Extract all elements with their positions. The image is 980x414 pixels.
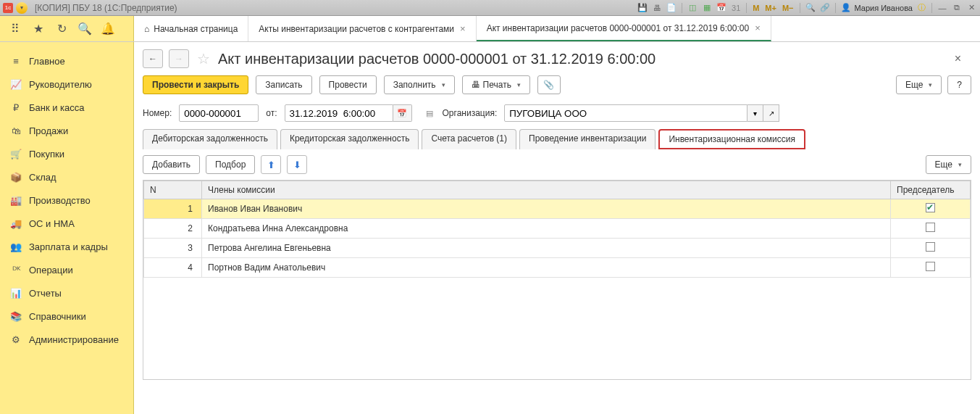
- m-minus-button[interactable]: M−: [781, 4, 795, 12]
- sidebar-item-salary[interactable]: 👥Зарплата и кадры: [0, 235, 133, 258]
- cell-chair[interactable]: [891, 239, 971, 258]
- sidebar-item-production[interactable]: 🏭Производство: [0, 189, 133, 212]
- m-button[interactable]: M: [751, 4, 761, 12]
- checkbox-icon[interactable]: [926, 262, 935, 271]
- table-row[interactable]: 1Иванов Иван Иванович: [144, 199, 971, 219]
- search-icon[interactable]: 🔍: [78, 22, 91, 36]
- history-icon[interactable]: ↻: [55, 22, 68, 36]
- apps-icon[interactable]: ⠿: [9, 22, 22, 36]
- app-icon: 1c: [3, 3, 13, 13]
- restore-icon[interactable]: ⧉: [951, 2, 963, 14]
- col-chair[interactable]: Председатель: [891, 181, 971, 199]
- post-and-close-button[interactable]: Провести и закрыть: [143, 75, 248, 94]
- zoom-icon[interactable]: 🔍: [805, 2, 816, 14]
- close-document-icon[interactable]: ×: [955, 52, 961, 65]
- org-label: Организация:: [443, 108, 498, 118]
- date-input[interactable]: [285, 104, 393, 122]
- tab-inventory[interactable]: Проведение инвентаризации: [519, 129, 656, 149]
- attachments-button[interactable]: 📎: [537, 75, 561, 94]
- back-button[interactable]: ←: [143, 49, 163, 68]
- help-button[interactable]: ?: [947, 75, 971, 94]
- pick-button[interactable]: Подбор: [206, 155, 255, 174]
- link-icon[interactable]: 🔗: [819, 2, 831, 14]
- move-up-button[interactable]: ⬆: [261, 155, 281, 174]
- tab-home[interactable]: ⌂ Начальная страница: [134, 16, 248, 41]
- more-button[interactable]: Еще: [896, 75, 942, 94]
- col-member[interactable]: Члены комиссии: [202, 181, 891, 199]
- sidebar-item-admin[interactable]: ⚙Администрирование: [0, 328, 133, 351]
- dropdown-button[interactable]: ▾: [747, 104, 763, 122]
- number-label: Номер:: [143, 108, 172, 118]
- bars-icon: 📊: [10, 287, 22, 299]
- add-button[interactable]: Добавить: [143, 155, 200, 174]
- info-icon[interactable]: ⓘ: [916, 2, 927, 14]
- sidebar-item-reports[interactable]: 📊Отчеты: [0, 281, 133, 305]
- sidebar-item-warehouse[interactable]: 📦Склад: [0, 165, 133, 189]
- star-icon[interactable]: ★: [32, 22, 45, 36]
- tab-accounts[interactable]: Счета расчетов (1): [422, 129, 516, 149]
- table-row[interactable]: 4Портнов Вадим Анатольевич: [144, 258, 971, 278]
- calc-icon[interactable]: ▦: [701, 2, 713, 14]
- date-icon[interactable]: 31: [730, 2, 742, 14]
- window-title: [КОПИЯ] ПБУ 18 (1С:Предприятие): [35, 3, 177, 13]
- open-button[interactable]: ↗: [763, 104, 779, 122]
- user-icon: 👤: [840, 2, 852, 14]
- move-down-button[interactable]: ⬇: [287, 155, 307, 174]
- table-more-button[interactable]: Еще: [926, 155, 971, 174]
- calendar-icon[interactable]: 📅: [716, 2, 727, 14]
- print-button[interactable]: 🖶Печать: [462, 75, 530, 94]
- sidebar-item-purchases[interactable]: 🛒Покупки: [0, 142, 133, 165]
- tab-debitor[interactable]: Дебиторская задолженность: [143, 129, 277, 149]
- calendar-button[interactable]: 📅: [393, 104, 412, 122]
- cell-chair[interactable]: [891, 199, 971, 219]
- cell-n: 2: [144, 219, 202, 239]
- organization-input[interactable]: [504, 104, 747, 122]
- bag-icon: 🛍: [10, 125, 22, 136]
- people-icon: 👥: [10, 241, 22, 252]
- sidebar-item-catalogs[interactable]: 📚Справочники: [0, 305, 133, 328]
- m-plus-button[interactable]: M+: [763, 4, 778, 12]
- sidebar-item-sales[interactable]: 🛍Продажи: [0, 119, 133, 142]
- cell-chair[interactable]: [891, 258, 971, 278]
- tab-creditor[interactable]: Кредиторская задолженность: [280, 129, 419, 149]
- cell-name: Петрова Ангелина Евгеньевна: [202, 239, 891, 258]
- col-n[interactable]: N: [144, 181, 202, 199]
- sidebar-item-assets[interactable]: 🚚ОС и НМА: [0, 212, 133, 235]
- tab-close-icon[interactable]: ×: [755, 22, 761, 33]
- close-icon[interactable]: ✕: [966, 2, 977, 14]
- checkbox-icon[interactable]: [926, 223, 935, 232]
- ops-icon: ᴰᴷ: [10, 264, 22, 276]
- tab-act-document[interactable]: Акт инвентаризации расчетов 0000-000001 …: [477, 16, 771, 41]
- print-icon: 🖶: [472, 80, 480, 90]
- save-icon[interactable]: 💾: [637, 2, 648, 14]
- cell-chair[interactable]: [891, 219, 971, 239]
- sidebar-item-bank[interactable]: ₽Банк и касса: [0, 96, 133, 119]
- fill-button[interactable]: Заполнить: [384, 75, 455, 94]
- compare-icon[interactable]: ◫: [687, 2, 698, 14]
- doc-icon[interactable]: 📄: [666, 2, 677, 14]
- menu-icon: ≡: [10, 55, 22, 67]
- table-row[interactable]: 3Петрова Ангелина Евгеньевна: [144, 239, 971, 258]
- favorite-icon[interactable]: ☆: [195, 50, 212, 67]
- sidebar-item-manager[interactable]: 📈Руководителю: [0, 73, 133, 96]
- sidebar-item-operations[interactable]: ᴰᴷОперации: [0, 258, 133, 281]
- bell-icon[interactable]: 🔔: [101, 22, 114, 36]
- gear-icon: ⚙: [10, 334, 22, 345]
- minimize-icon[interactable]: —: [937, 2, 948, 14]
- number-input[interactable]: [179, 104, 259, 122]
- books-icon: 📚: [10, 310, 22, 322]
- checkbox-icon[interactable]: [926, 203, 935, 212]
- document-title: Акт инвентаризации расчетов 0000-000001 …: [218, 51, 656, 67]
- post-button[interactable]: Провести: [319, 75, 377, 94]
- forward-button[interactable]: →: [169, 49, 189, 68]
- dropdown-icon[interactable]: ▾: [16, 2, 28, 14]
- sidebar-item-main[interactable]: ≡Главное: [0, 49, 133, 73]
- tab-commission[interactable]: Инвентаризационная комиссия: [658, 129, 805, 149]
- cell-name: Портнов Вадим Анатольевич: [202, 258, 891, 278]
- checkbox-icon[interactable]: [926, 242, 935, 252]
- tab-acts-list[interactable]: Акты инвентаризации расчетов с контраген…: [248, 16, 476, 41]
- save-button[interactable]: Записать: [256, 75, 311, 94]
- print-icon[interactable]: 🖶: [651, 2, 663, 14]
- table-row[interactable]: 2Кондратьева Инна Александровна: [144, 219, 971, 239]
- tab-close-icon[interactable]: ×: [460, 23, 466, 34]
